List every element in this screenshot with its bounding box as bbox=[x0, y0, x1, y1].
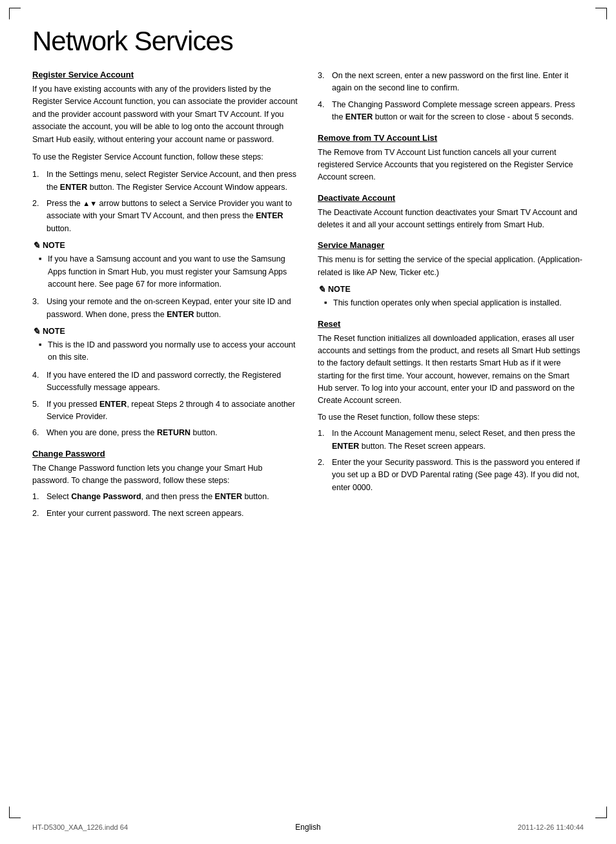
list-item: 2. Press the ▲▼ arrow buttons to select … bbox=[32, 198, 298, 235]
list-item: 5. If you pressed ENTER, repeat Steps 2 … bbox=[32, 398, 298, 424]
list-item: 2. Enter the your Security password. Thi… bbox=[318, 457, 584, 494]
reset-text-2: To use the Reset function, follow these … bbox=[318, 411, 584, 424]
reset-steps: 1. In the Account Management menu, selec… bbox=[318, 427, 584, 494]
remove-account-text: The Remove from TV Account List function… bbox=[318, 147, 584, 184]
list-item: 4. If you have entered the ID and passwo… bbox=[32, 369, 298, 395]
page-container: Network Services Register Service Accoun… bbox=[0, 0, 616, 844]
note-block-service-manager: ✎ NOTE This function operates only when … bbox=[318, 284, 584, 309]
register-intro-2: To use the Register Service Account func… bbox=[32, 151, 298, 163]
corner-mark-bl bbox=[9, 807, 21, 818]
note-header-1: ✎ NOTE bbox=[32, 240, 298, 251]
note-block-1: ✎ NOTE If you have a Samsung account and… bbox=[32, 240, 298, 291]
list-item: 3. Using your remote and the on-screen K… bbox=[32, 296, 298, 321]
register-steps-3: 4. If you have entered the ID and passwo… bbox=[32, 369, 298, 440]
change-password-steps: 1. Select Change Password, and then pres… bbox=[32, 491, 298, 520]
footer-left: HT-D5300_XAA_1226.indd 64 bbox=[32, 823, 128, 831]
reset-text-1: The Reset function initializes all downl… bbox=[318, 333, 584, 407]
note-list-1: If you have a Samsung account and you wa… bbox=[32, 253, 298, 291]
corner-mark-tr bbox=[595, 8, 607, 19]
note-list-sm: This function operates only when special… bbox=[318, 297, 584, 309]
heading-deactivate-account: Deactivate Account bbox=[318, 193, 584, 203]
two-column-layout: Register Service Account If you have exi… bbox=[32, 70, 584, 524]
note-header-2: ✎ NOTE bbox=[32, 326, 298, 336]
heading-change-password: Change Password bbox=[32, 449, 298, 458]
list-item: 2. Enter your current password. The next… bbox=[32, 508, 298, 520]
heading-reset: Reset bbox=[318, 319, 584, 329]
note-list-2: This is the ID and password you normally… bbox=[32, 339, 298, 364]
right-column: 3. On the next screen, enter a new passw… bbox=[318, 70, 584, 524]
left-column: Register Service Account If you have exi… bbox=[32, 70, 298, 524]
note-block-2: ✎ NOTE This is the ID and password you n… bbox=[32, 326, 298, 364]
list-item: 1. In the Account Management menu, selec… bbox=[318, 427, 584, 453]
register-intro-1: If you have existing accounts with any o… bbox=[32, 83, 298, 146]
note-header-sm: ✎ NOTE bbox=[318, 284, 584, 294]
heading-remove-account: Remove from TV Account List bbox=[318, 133, 584, 143]
list-item: 6. When you are done, press the RETURN b… bbox=[32, 427, 298, 439]
footer-right: 2011-12-26 11:40:44 bbox=[518, 823, 584, 831]
note-list-item: If you have a Samsung account and you wa… bbox=[39, 253, 298, 291]
register-steps-2: 3. Using your remote and the on-screen K… bbox=[32, 296, 298, 321]
list-item: 3. On the next screen, enter a new passw… bbox=[318, 70, 584, 95]
page-title: Network Services bbox=[32, 26, 584, 57]
change-password-intro: The Change Password function lets you ch… bbox=[32, 462, 298, 488]
list-item: 4. The Changing Password Complete messag… bbox=[318, 99, 584, 124]
footer-center: English bbox=[295, 823, 320, 832]
change-password-steps-continued: 3. On the next screen, enter a new passw… bbox=[318, 70, 584, 124]
note-list-item: This function operates only when special… bbox=[324, 297, 584, 309]
service-manager-text: This menu is for setting the service of … bbox=[318, 254, 584, 279]
note-list-item: This is the ID and password you normally… bbox=[39, 339, 298, 364]
heading-service-manager: Service Manager bbox=[318, 240, 584, 250]
list-item: 1. In the Settings menu, select Register… bbox=[32, 169, 298, 194]
page-footer: HT-D5300_XAA_1226.indd 64 English 2011-1… bbox=[0, 823, 616, 831]
corner-mark-br bbox=[595, 807, 607, 818]
corner-mark-tl bbox=[9, 8, 21, 19]
note-icon-sm: ✎ bbox=[318, 284, 325, 294]
list-item: 1. Select Change Password, and then pres… bbox=[32, 491, 298, 503]
register-steps-1: 1. In the Settings menu, select Register… bbox=[32, 169, 298, 235]
deactivate-account-text: The Deactivate Account function deactiva… bbox=[318, 207, 584, 232]
heading-register-service-account: Register Service Account bbox=[32, 70, 298, 79]
note-icon-1: ✎ bbox=[32, 240, 40, 251]
note-icon-2: ✎ bbox=[32, 326, 40, 336]
